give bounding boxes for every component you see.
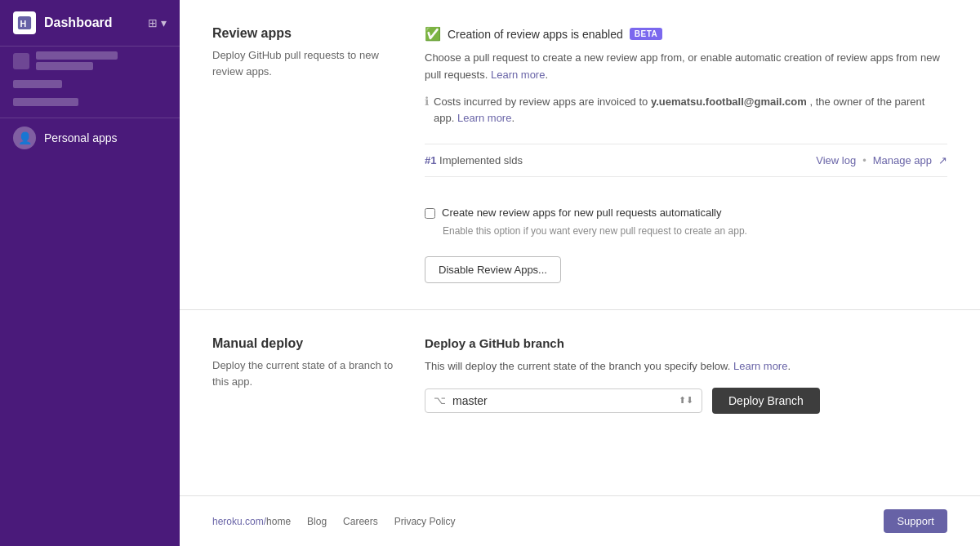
support-button[interactable]: Support [884,509,947,533]
sidebar-item-personal-apps[interactable]: 👤 Personal apps [0,118,180,158]
manual-deploy-title: Manual deploy [212,336,400,351]
blurred-app-3 [0,93,180,111]
cost-row: ℹ Costs incurred by review apps are invo… [425,94,947,128]
manual-deploy-right: Deploy a GitHub branch This will deploy … [425,336,947,414]
review-apps-info: Choose a pull request to create a new re… [425,50,947,84]
view-log-link[interactable]: View log [816,154,856,166]
sidebar: H Dashboard ⊞ ▾ 👤 Personal apps [0,0,180,546]
blurred-app-1 [0,47,180,75]
deploy-learn-more-link[interactable]: Learn more [733,360,787,372]
review-apps-section: Review apps Deploy GitHub pull requests … [180,0,980,310]
home-path: home [266,516,291,527]
checkbox-row: Create new review apps for new pull requ… [425,193,947,219]
auto-create-section: Create new review apps for new pull requ… [425,193,947,237]
manage-app-link[interactable]: Manage app [873,154,932,166]
careers-link[interactable]: Careers [343,516,378,527]
external-link-icon[interactable]: ↗ [938,154,947,166]
branch-select[interactable]: master develop main [452,394,679,407]
heroku-domain: heroku.com/ [212,516,266,527]
manual-deploy-desc: Deploy the current state of a branch to … [212,357,400,389]
blurred-app-2 [0,75,180,93]
learn-more-link-1[interactable]: Learn more [491,69,545,81]
pr-actions: View log • Manage app ↗ [816,154,947,166]
privacy-link[interactable]: Privacy Policy [394,516,456,527]
auto-create-checkbox[interactable] [425,208,435,219]
heroku-home-link[interactable]: heroku.com/home [212,516,291,527]
branch-row: ⌥ master develop main ⬆⬇ Deploy Branch [425,388,947,414]
review-apps-desc: Deploy GitHub pull requests to new revie… [212,47,400,79]
person-icon: 👤 [13,127,36,149]
blog-link[interactable]: Blog [307,516,327,527]
personal-apps-label: Personal apps [44,131,118,144]
footer-links: heroku.com/home Blog Careers Privacy Pol… [212,516,455,527]
pr-row: #1 Implemented slds View log • Manage ap… [425,144,947,177]
deploy-desc-text: This will deploy the current state of th… [425,360,730,372]
check-icon: ✅ [425,26,441,42]
pr-number: #1 [425,154,436,166]
review-apps-right: ✅ Creation of review apps is enabled BET… [425,26,947,283]
checkbox-hint: Enable this option if you want every new… [443,225,947,237]
checkbox-label[interactable]: Create new review apps for new pull requ… [442,206,722,219]
branch-icon: ⌥ [434,394,446,406]
status-row: ✅ Creation of review apps is enabled BET… [425,26,947,42]
review-apps-title: Review apps [212,26,400,41]
deploy-github-title: Deploy a GitHub branch [425,336,947,350]
pr-name: Implemented slds [439,154,523,166]
status-text: Creation of review apps is enabled [448,28,623,41]
manual-deploy-section: Manual deploy Deploy the current state o… [180,310,980,440]
dot-separator: • [862,154,866,166]
deploy-desc: This will deploy the current state of th… [425,358,947,375]
content-area: Review apps Deploy GitHub pull requests … [180,0,980,495]
info-icon: ℹ [425,95,429,108]
disable-review-apps-button[interactable]: Disable Review Apps... [425,256,561,283]
pr-title: #1 Implemented slds [425,154,523,166]
beta-badge: BETA [630,28,662,40]
cost-prefix: Costs incurred by review apps are invoic… [434,95,648,108]
chevron-icon: ⬆⬇ [679,395,693,406]
learn-more-link-2[interactable]: Learn more [457,112,511,124]
deploy-branch-button[interactable]: Deploy Branch [712,388,820,414]
branch-select-wrapper: ⌥ master develop main ⬆⬇ [425,388,702,413]
heroku-logo: H [13,11,36,34]
sidebar-header: H Dashboard ⊞ ▾ [0,0,180,47]
cost-email: y.uematsu.football@gmail.com [651,95,807,108]
grid-icon[interactable]: ⊞ ▾ [148,16,167,29]
dashboard-title: Dashboard [44,16,143,30]
footer: heroku.com/home Blog Careers Privacy Pol… [180,495,980,546]
svg-text:H: H [20,19,27,29]
cost-info: Costs incurred by review apps are invoic… [434,94,947,128]
main-content: Review apps Deploy GitHub pull requests … [180,0,980,546]
manual-deploy-left: Manual deploy Deploy the current state o… [212,336,425,414]
review-apps-left: Review apps Deploy GitHub pull requests … [212,26,425,283]
